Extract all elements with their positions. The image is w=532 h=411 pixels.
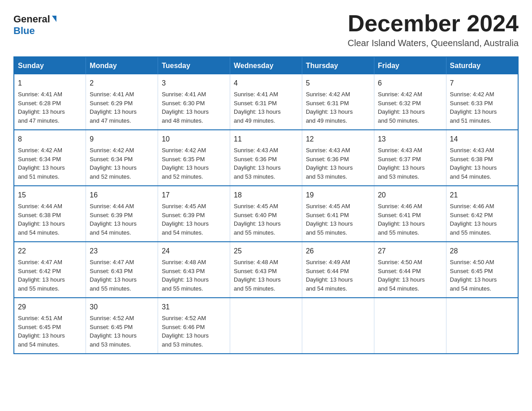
calendar-table: SundayMondayTuesdayWednesdayThursdayFrid… bbox=[13, 56, 519, 354]
day-number: 17 bbox=[162, 190, 226, 201]
day-number: 20 bbox=[378, 190, 442, 201]
page-header: General Blue December 2024 Clear Island … bbox=[13, 11, 519, 48]
day-number: 6 bbox=[378, 78, 442, 89]
day-info: Sunrise: 4:42 AMSunset: 6:35 PMDaylight:… bbox=[162, 147, 209, 180]
logo-arrow-icon bbox=[52, 16, 56, 22]
day-number: 16 bbox=[90, 190, 154, 201]
calendar-cell: 11 Sunrise: 4:43 AMSunset: 6:36 PMDaylig… bbox=[230, 130, 302, 186]
calendar-cell bbox=[230, 298, 302, 354]
calendar-cell: 3 Sunrise: 4:41 AMSunset: 6:30 PMDayligh… bbox=[158, 74, 230, 130]
day-info: Sunrise: 4:50 AMSunset: 6:44 PMDaylight:… bbox=[378, 259, 425, 292]
day-info: Sunrise: 4:44 AMSunset: 6:38 PMDaylight:… bbox=[18, 203, 65, 236]
day-number: 7 bbox=[450, 78, 514, 89]
calendar-cell: 17 Sunrise: 4:45 AMSunset: 6:39 PMDaylig… bbox=[158, 186, 230, 242]
day-info: Sunrise: 4:45 AMSunset: 6:40 PMDaylight:… bbox=[234, 203, 281, 236]
calendar-header-row: SundayMondayTuesdayWednesdayThursdayFrid… bbox=[14, 57, 518, 74]
day-info: Sunrise: 4:43 AMSunset: 6:38 PMDaylight:… bbox=[450, 147, 497, 180]
day-info: Sunrise: 4:41 AMSunset: 6:29 PMDaylight:… bbox=[90, 91, 137, 124]
calendar-cell: 20 Sunrise: 4:46 AMSunset: 6:41 PMDaylig… bbox=[374, 186, 446, 242]
calendar-cell: 28 Sunrise: 4:50 AMSunset: 6:45 PMDaylig… bbox=[446, 242, 518, 298]
calendar-week-row: 15 Sunrise: 4:44 AMSunset: 6:38 PMDaylig… bbox=[14, 186, 518, 242]
col-header-saturday: Saturday bbox=[446, 57, 518, 74]
day-info: Sunrise: 4:48 AMSunset: 6:43 PMDaylight:… bbox=[162, 259, 209, 292]
day-info: Sunrise: 4:47 AMSunset: 6:43 PMDaylight:… bbox=[90, 259, 137, 292]
day-info: Sunrise: 4:42 AMSunset: 6:34 PMDaylight:… bbox=[90, 147, 137, 180]
calendar-cell: 12 Sunrise: 4:43 AMSunset: 6:36 PMDaylig… bbox=[302, 130, 374, 186]
calendar-cell: 10 Sunrise: 4:42 AMSunset: 6:35 PMDaylig… bbox=[158, 130, 230, 186]
calendar-cell: 27 Sunrise: 4:50 AMSunset: 6:44 PMDaylig… bbox=[374, 242, 446, 298]
calendar-cell: 31 Sunrise: 4:52 AMSunset: 6:46 PMDaylig… bbox=[158, 298, 230, 354]
calendar-cell: 18 Sunrise: 4:45 AMSunset: 6:40 PMDaylig… bbox=[230, 186, 302, 242]
calendar-cell: 19 Sunrise: 4:45 AMSunset: 6:41 PMDaylig… bbox=[302, 186, 374, 242]
col-header-thursday: Thursday bbox=[302, 57, 374, 74]
day-number: 30 bbox=[90, 302, 154, 313]
day-info: Sunrise: 4:45 AMSunset: 6:41 PMDaylight:… bbox=[306, 203, 353, 236]
day-number: 28 bbox=[450, 246, 514, 257]
calendar-week-row: 1 Sunrise: 4:41 AMSunset: 6:28 PMDayligh… bbox=[14, 74, 518, 130]
calendar-cell: 4 Sunrise: 4:41 AMSunset: 6:31 PMDayligh… bbox=[230, 74, 302, 130]
day-number: 14 bbox=[450, 134, 514, 145]
day-number: 3 bbox=[162, 78, 226, 89]
day-number: 15 bbox=[18, 190, 82, 201]
calendar-cell: 8 Sunrise: 4:42 AMSunset: 6:34 PMDayligh… bbox=[14, 130, 86, 186]
day-info: Sunrise: 4:43 AMSunset: 6:36 PMDaylight:… bbox=[306, 147, 353, 180]
day-info: Sunrise: 4:43 AMSunset: 6:37 PMDaylight:… bbox=[378, 147, 425, 180]
calendar-cell: 30 Sunrise: 4:52 AMSunset: 6:45 PMDaylig… bbox=[86, 298, 158, 354]
calendar-cell: 2 Sunrise: 4:41 AMSunset: 6:29 PMDayligh… bbox=[86, 74, 158, 130]
day-number: 5 bbox=[306, 78, 370, 89]
calendar-cell: 14 Sunrise: 4:43 AMSunset: 6:38 PMDaylig… bbox=[446, 130, 518, 186]
day-info: Sunrise: 4:48 AMSunset: 6:43 PMDaylight:… bbox=[234, 259, 281, 292]
day-number: 11 bbox=[234, 134, 298, 145]
col-header-tuesday: Tuesday bbox=[158, 57, 230, 74]
calendar-cell: 6 Sunrise: 4:42 AMSunset: 6:32 PMDayligh… bbox=[374, 74, 446, 130]
day-number: 4 bbox=[234, 78, 298, 89]
day-number: 12 bbox=[306, 134, 370, 145]
calendar-cell: 13 Sunrise: 4:43 AMSunset: 6:37 PMDaylig… bbox=[374, 130, 446, 186]
day-number: 2 bbox=[90, 78, 154, 89]
day-number: 13 bbox=[378, 134, 442, 145]
day-info: Sunrise: 4:41 AMSunset: 6:30 PMDaylight:… bbox=[162, 91, 209, 124]
day-info: Sunrise: 4:44 AMSunset: 6:39 PMDaylight:… bbox=[90, 203, 137, 236]
calendar-cell: 26 Sunrise: 4:49 AMSunset: 6:44 PMDaylig… bbox=[302, 242, 374, 298]
calendar-cell: 16 Sunrise: 4:44 AMSunset: 6:39 PMDaylig… bbox=[86, 186, 158, 242]
day-info: Sunrise: 4:42 AMSunset: 6:33 PMDaylight:… bbox=[450, 91, 497, 124]
day-number: 24 bbox=[162, 246, 226, 257]
calendar-cell bbox=[302, 298, 374, 354]
title-block: December 2024 Clear Island Waters, Queen… bbox=[348, 11, 519, 48]
day-number: 8 bbox=[18, 134, 82, 145]
calendar-cell: 25 Sunrise: 4:48 AMSunset: 6:43 PMDaylig… bbox=[230, 242, 302, 298]
day-number: 19 bbox=[306, 190, 370, 201]
col-header-monday: Monday bbox=[86, 57, 158, 74]
col-header-sunday: Sunday bbox=[14, 57, 86, 74]
day-info: Sunrise: 4:52 AMSunset: 6:45 PMDaylight:… bbox=[90, 315, 137, 348]
logo-general-text: General bbox=[13, 13, 50, 25]
calendar-cell bbox=[374, 298, 446, 354]
day-number: 23 bbox=[90, 246, 154, 257]
day-info: Sunrise: 4:42 AMSunset: 6:31 PMDaylight:… bbox=[306, 91, 353, 124]
day-info: Sunrise: 4:46 AMSunset: 6:42 PMDaylight:… bbox=[450, 203, 497, 236]
day-info: Sunrise: 4:52 AMSunset: 6:46 PMDaylight:… bbox=[162, 315, 209, 348]
day-info: Sunrise: 4:49 AMSunset: 6:44 PMDaylight:… bbox=[306, 259, 353, 292]
calendar-week-row: 29 Sunrise: 4:51 AMSunset: 6:45 PMDaylig… bbox=[14, 298, 518, 354]
day-info: Sunrise: 4:46 AMSunset: 6:41 PMDaylight:… bbox=[378, 203, 425, 236]
col-header-wednesday: Wednesday bbox=[230, 57, 302, 74]
page-subtitle: Clear Island Waters, Queensland, Austral… bbox=[348, 38, 519, 48]
logo: General Blue bbox=[13, 13, 56, 37]
day-info: Sunrise: 4:41 AMSunset: 6:28 PMDaylight:… bbox=[18, 91, 65, 124]
day-info: Sunrise: 4:42 AMSunset: 6:34 PMDaylight:… bbox=[18, 147, 65, 180]
day-number: 21 bbox=[450, 190, 514, 201]
day-info: Sunrise: 4:50 AMSunset: 6:45 PMDaylight:… bbox=[450, 259, 497, 292]
calendar-cell: 7 Sunrise: 4:42 AMSunset: 6:33 PMDayligh… bbox=[446, 74, 518, 130]
day-number: 1 bbox=[18, 78, 82, 89]
calendar-cell bbox=[446, 298, 518, 354]
day-number: 31 bbox=[162, 302, 226, 313]
calendar-cell: 1 Sunrise: 4:41 AMSunset: 6:28 PMDayligh… bbox=[14, 74, 86, 130]
day-number: 10 bbox=[162, 134, 226, 145]
day-info: Sunrise: 4:43 AMSunset: 6:36 PMDaylight:… bbox=[234, 147, 281, 180]
day-number: 25 bbox=[234, 246, 298, 257]
day-number: 26 bbox=[306, 246, 370, 257]
calendar-cell: 21 Sunrise: 4:46 AMSunset: 6:42 PMDaylig… bbox=[446, 186, 518, 242]
day-info: Sunrise: 4:51 AMSunset: 6:45 PMDaylight:… bbox=[18, 315, 65, 348]
calendar-cell: 24 Sunrise: 4:48 AMSunset: 6:43 PMDaylig… bbox=[158, 242, 230, 298]
day-number: 27 bbox=[378, 246, 442, 257]
